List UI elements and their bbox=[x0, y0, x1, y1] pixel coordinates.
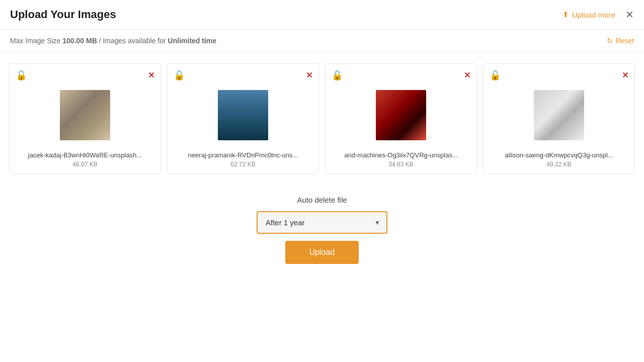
upload-more-button[interactable]: ⬆ Upload more bbox=[562, 10, 615, 19]
upload-more-label: Upload more bbox=[572, 11, 615, 19]
info-text: Max Image Size 100.00 MB / Images availa… bbox=[10, 37, 216, 45]
header-actions: ⬆ Upload more ✕ bbox=[562, 10, 634, 20]
card-image-container bbox=[174, 85, 312, 145]
header: Upload Your Images ⬆ Upload more ✕ bbox=[0, 0, 644, 30]
card-image bbox=[60, 90, 110, 140]
auto-delete-label: Auto delete file bbox=[297, 196, 347, 204]
remove-icon[interactable]: ✕ bbox=[622, 71, 628, 79]
lock-icon[interactable]: 🔓 bbox=[174, 70, 185, 81]
card-top: 🔓 ✕ bbox=[490, 70, 628, 81]
lock-icon[interactable]: 🔓 bbox=[490, 70, 501, 81]
auto-delete-select[interactable]: NeverAfter 1 dayAfter 1 weekAfter 1 mont… bbox=[257, 211, 387, 234]
upload-button[interactable]: Upload bbox=[285, 241, 359, 264]
remove-icon[interactable]: ✕ bbox=[306, 71, 312, 79]
card-filesize: 34.63 KB bbox=[332, 161, 470, 168]
card-filesize: 62.72 KB bbox=[174, 161, 312, 168]
reset-label: Reset bbox=[615, 37, 634, 45]
image-card: 🔓 ✕ allison-saeng-dKmwpcvqQ3g-unspl... 4… bbox=[483, 63, 635, 174]
bottom-section: Auto delete file NeverAfter 1 dayAfter 1… bbox=[0, 186, 644, 274]
info-prefix: Max Image Size bbox=[10, 37, 62, 45]
reset-icon: ↻ bbox=[607, 37, 613, 45]
card-top: 🔓 ✕ bbox=[332, 70, 470, 81]
card-filesize: 49.22 KB bbox=[490, 161, 628, 168]
info-middle: / Images available for bbox=[97, 37, 168, 45]
card-image bbox=[534, 90, 584, 140]
image-card: 🔓 ✕ and-machines-Og3iix7QVRg-unsplas... … bbox=[325, 63, 477, 174]
card-image-container bbox=[490, 85, 628, 145]
card-image bbox=[218, 90, 268, 140]
lock-icon[interactable]: 🔓 bbox=[332, 70, 343, 81]
card-image-container bbox=[16, 85, 154, 145]
card-filename: allison-saeng-dKmwpcvqQ3g-unspl... bbox=[490, 151, 628, 159]
card-filename: and-machines-Og3iix7QVRg-unsplas... bbox=[332, 151, 470, 159]
card-filename: jacek-kadaj-B3wnHi0WaRE-unsplash... bbox=[16, 151, 154, 159]
card-filesize: 46.07 KB bbox=[16, 161, 154, 168]
close-button[interactable]: ✕ bbox=[625, 10, 634, 20]
page-title: Upload Your Images bbox=[10, 8, 116, 21]
image-card: 🔓 ✕ neeraj-pramanik-RVDnPmc0lnc-uns... 6… bbox=[167, 63, 319, 174]
image-card: 🔓 ✕ jacek-kadaj-B3wnHi0WaRE-unsplash... … bbox=[9, 63, 161, 174]
select-wrapper: NeverAfter 1 dayAfter 1 weekAfter 1 mont… bbox=[257, 211, 387, 234]
max-size: 100.00 MB bbox=[62, 37, 97, 45]
card-image bbox=[376, 90, 426, 140]
card-filename: neeraj-pramanik-RVDnPmc0lnc-uns... bbox=[174, 151, 312, 159]
card-top: 🔓 ✕ bbox=[174, 70, 312, 81]
remove-icon[interactable]: ✕ bbox=[464, 71, 470, 79]
lock-icon[interactable]: 🔓 bbox=[16, 70, 27, 81]
availability: Unlimited time bbox=[168, 37, 216, 45]
images-grid: 🔓 ✕ jacek-kadaj-B3wnHi0WaRE-unsplash... … bbox=[0, 52, 644, 186]
info-bar: Max Image Size 100.00 MB / Images availa… bbox=[0, 30, 644, 52]
reset-button[interactable]: ↻ Reset bbox=[607, 37, 634, 45]
remove-icon[interactable]: ✕ bbox=[148, 71, 154, 79]
card-image-container bbox=[332, 85, 470, 145]
upload-icon: ⬆ bbox=[562, 10, 569, 19]
card-top: 🔓 ✕ bbox=[16, 70, 154, 81]
